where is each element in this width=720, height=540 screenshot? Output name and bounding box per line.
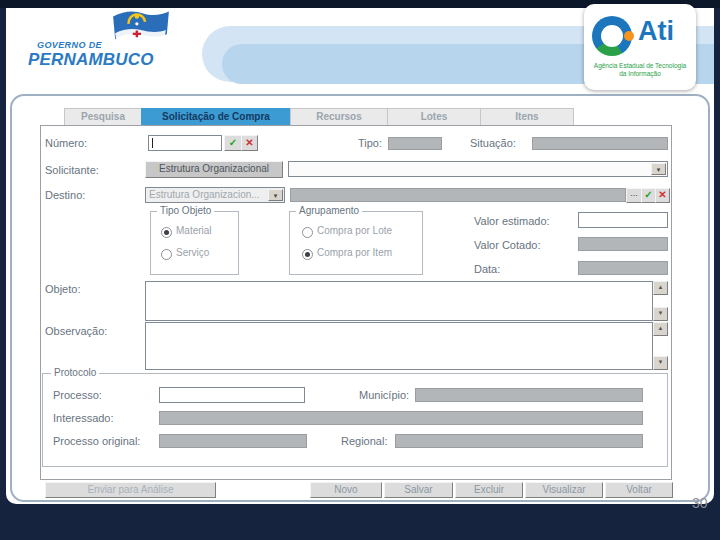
ati-subtitle: Agência Estadual de Tecnologia da Inform…: [590, 62, 690, 79]
compra-por-lote-label: Compra por Lote: [317, 225, 392, 236]
regional-label: Regional:: [341, 435, 387, 447]
municipio-field: [415, 388, 643, 402]
data-label: Data:: [474, 263, 500, 275]
objeto-label: Objeto:: [45, 283, 80, 295]
slide: GOVERNO DE PERNAMBUCO Pesquisa Solicitaç…: [0, 0, 720, 540]
compra-por-item-label: Compra por Item: [317, 247, 392, 258]
pernambuco-text: PERNAMBUCO: [28, 50, 154, 70]
ati-logo-card: Ati Agência Estadual de Tecnologia da In…: [584, 4, 696, 90]
compra-por-lote-radio[interactable]: [302, 227, 313, 238]
destino-combo-value: Estrutura Organizacion...: [149, 189, 260, 200]
valor-estimado-input[interactable]: [578, 212, 668, 228]
objeto-textarea[interactable]: [145, 281, 653, 321]
check-icon: ✓: [229, 137, 237, 148]
destino-browse-button[interactable]: ...: [626, 188, 642, 203]
destino-confirm-button[interactable]: ✓: [641, 188, 656, 203]
data-field: [578, 261, 668, 275]
agrupamento-legend: Agrupamento: [296, 205, 362, 216]
regional-field: [395, 434, 643, 448]
processo-label: Processo:: [53, 389, 102, 401]
compra-por-item-radio[interactable]: [302, 249, 313, 260]
ati-name: Ati: [638, 16, 674, 47]
x-icon: ✕: [245, 137, 253, 148]
protocolo-legend: Protocolo: [51, 367, 99, 378]
voltar-button[interactable]: Voltar: [605, 482, 673, 498]
dropdown-icon[interactable]: ▾: [268, 189, 283, 201]
material-radio[interactable]: [161, 227, 172, 238]
observacao-label: Observação:: [45, 325, 107, 337]
solicitante-label: Solicitante:: [45, 164, 99, 176]
valor-cotado-label: Valor Cotado:: [474, 239, 540, 251]
processo-input[interactable]: [159, 387, 305, 403]
salvar-button[interactable]: Salvar: [384, 482, 453, 498]
check-icon: ✓: [644, 189, 652, 200]
text-cursor: [152, 138, 153, 148]
x-icon: ✕: [658, 189, 666, 200]
situacao-field: [532, 137, 668, 150]
numero-cancel-button[interactable]: ✕: [241, 135, 258, 151]
agrupamento-group: Agrupamento Compra por Lote Compra por I…: [289, 211, 423, 275]
enviar-para-analise-button[interactable]: Enviar para Análise: [45, 482, 216, 498]
objeto-scroll-up-button[interactable]: ▲: [653, 281, 668, 295]
valor-cotado-field: [578, 237, 668, 251]
tab-solicitacao-de-compra[interactable]: Solicitação de Compra: [141, 108, 291, 126]
solicitante-combo[interactable]: Estrutura Organizacional: [145, 161, 283, 178]
destino-label: Destino:: [45, 189, 85, 201]
processo-original-field: [159, 434, 307, 448]
form-window: Pesquisa Solicitação de Compra Recursos …: [36, 104, 688, 504]
objeto-scroll-down-button[interactable]: ▼: [653, 307, 668, 321]
excluir-button[interactable]: Excluir: [455, 482, 523, 498]
destino-field: [290, 188, 626, 202]
tipo-objeto-legend: Tipo Objeto: [157, 205, 214, 216]
tipo-objeto-group: Tipo Objeto Material Serviço: [150, 211, 239, 275]
tab-recursos[interactable]: Recursos: [290, 108, 388, 126]
visualizar-button[interactable]: Visualizar: [525, 482, 603, 498]
destino-combo[interactable]: Estrutura Organizacion... ▾: [145, 187, 285, 203]
material-label: Material: [176, 225, 212, 236]
destino-cancel-button[interactable]: ✕: [655, 188, 670, 203]
interessado-label: Interessado:: [53, 412, 114, 424]
situacao-label: Situação:: [470, 137, 516, 149]
governo-pernambuco-logo: GOVERNO DE PERNAMBUCO: [28, 40, 154, 70]
tipo-field: [388, 137, 442, 150]
observacao-textarea[interactable]: [145, 322, 653, 370]
ati-orange-dot-icon: [624, 31, 634, 41]
tab-pesquisa[interactable]: Pesquisa: [64, 108, 142, 126]
protocolo-group: Protocolo Processo: Município: Interessa…: [42, 373, 668, 467]
numero-label: Número:: [45, 137, 87, 149]
tipo-label: Tipo:: [358, 137, 382, 149]
valor-estimado-label: Valor estimado:: [474, 215, 550, 227]
servico-radio[interactable]: [161, 249, 172, 260]
processo-original-label: Processo original:: [53, 435, 140, 447]
tab-itens[interactable]: Itens: [480, 108, 574, 126]
observacao-scroll-down-button[interactable]: ▼: [653, 356, 668, 370]
numero-confirm-button[interactable]: ✓: [224, 135, 242, 151]
municipio-label: Município:: [359, 389, 409, 401]
tab-lotes[interactable]: Lotes: [387, 108, 481, 126]
numero-input[interactable]: [148, 135, 222, 151]
servico-label: Serviço: [176, 247, 209, 258]
dropdown-icon[interactable]: ▾: [651, 163, 666, 175]
governo-de-text: GOVERNO DE: [37, 40, 154, 50]
solicitante-structure-select[interactable]: ▾: [288, 161, 668, 177]
page-number: 30: [692, 495, 708, 511]
interessado-field: [159, 411, 643, 425]
novo-button[interactable]: Novo: [310, 482, 382, 498]
observacao-scroll-up-button[interactable]: ▲: [653, 322, 668, 336]
